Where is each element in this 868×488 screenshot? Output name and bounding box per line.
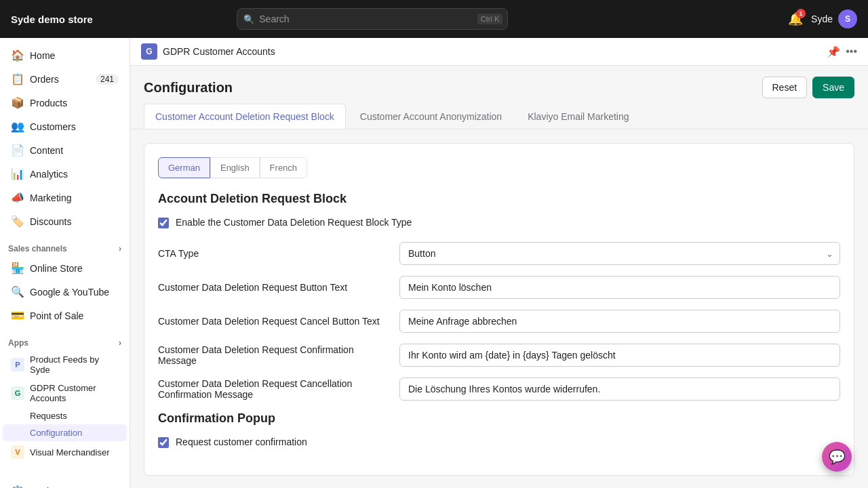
apps-expand[interactable]: ›	[119, 338, 121, 348]
sidebar-sub-requests-label: Requests	[30, 411, 67, 421]
sidebar-sub-requests[interactable]: Requests	[3, 407, 127, 424]
sales-channels-expand[interactable]: ›	[119, 244, 121, 253]
content-area: German English French Account Deletion R…	[130, 129, 868, 488]
confirmation-msg-control	[399, 344, 840, 367]
topbar-right: 🔔 1 Syde S	[788, 9, 857, 28]
layout: 🏠 Home 📋 Orders 241 📦 Products 👥 Custome…	[0, 38, 868, 488]
lang-tab-german[interactable]: German	[158, 157, 210, 178]
button-text-control	[399, 276, 840, 299]
lang-tabs: German English French	[158, 157, 840, 178]
cancel-text-input[interactable]	[399, 310, 840, 333]
enable-checkbox-row: Enable the Customer Data Deletion Reques…	[158, 217, 840, 228]
pin-icon[interactable]: 📌	[827, 45, 840, 58]
sidebar-label-pos: Point of Sale	[30, 310, 83, 321]
cancel-text-label: Customer Data Deletion Request Cancel Bu…	[158, 316, 389, 327]
chat-button[interactable]: 💬	[822, 442, 852, 472]
customers-icon: 👥	[11, 120, 24, 133]
lang-tab-french[interactable]: French	[260, 157, 307, 178]
section-title: Account Deletion Request Block	[158, 192, 840, 206]
confirmation-msg-row: Customer Data Deletion Request Confirmat…	[158, 344, 840, 367]
cancellation-msg-row: Customer Data Deletion Request Cancellat…	[158, 378, 840, 401]
user-menu[interactable]: Syde S	[811, 9, 857, 28]
sidebar-label-discounts: Discounts	[30, 216, 71, 227]
sidebar-item-online-store[interactable]: 🏪 Online Store	[3, 256, 127, 280]
popup-checkbox[interactable]	[158, 437, 169, 448]
cta-type-row: CTA Type Button Link Modal ⌄	[158, 242, 840, 265]
sidebar-app-gdpr[interactable]: G GDPR Customer Accounts	[3, 379, 127, 407]
sidebar-item-products[interactable]: 📦 Products	[3, 91, 127, 115]
settings-icon: ⚙️	[11, 485, 24, 488]
user-name: Syde	[811, 14, 833, 24]
tab-deletion-request[interactable]: Customer Account Deletion Request Block	[144, 104, 346, 129]
tab-anonymization[interactable]: Customer Account Anonymization	[349, 104, 513, 129]
popup-checkbox-label: Request customer confirmation	[176, 436, 307, 447]
sidebar-label-home: Home	[30, 50, 55, 61]
sidebar-app-product-feeds[interactable]: P Product Feeds by Syde	[3, 350, 127, 379]
page-header: Configuration Reset Save	[130, 66, 868, 104]
cta-type-label: CTA Type	[158, 248, 389, 259]
save-button[interactable]: Save	[812, 77, 854, 98]
confirmation-msg-input[interactable]	[399, 344, 840, 367]
cancellation-msg-control	[399, 378, 840, 401]
confirmation-msg-label: Customer Data Deletion Request Confirmat…	[158, 344, 389, 366]
sidebar-label-analytics: Analytics	[30, 169, 68, 180]
main-card: German English French Account Deletion R…	[144, 143, 854, 476]
app-header-icon: G	[141, 43, 157, 60]
sidebar-sub-configuration-label: Configuration	[30, 428, 82, 438]
page-actions: Reset Save	[762, 77, 855, 98]
tabs-bar: Customer Account Deletion Request Block …	[130, 104, 868, 129]
products-icon: 📦	[11, 96, 24, 109]
home-icon: 🏠	[11, 49, 24, 62]
pos-icon: 💳	[11, 309, 24, 322]
cancellation-msg-label: Customer Data Deletion Request Cancellat…	[158, 378, 389, 400]
button-text-input[interactable]	[399, 276, 840, 299]
tab-klaviyo[interactable]: Klaviyo Email Marketing	[516, 104, 640, 129]
button-text-row: Customer Data Deletion Request Button Te…	[158, 276, 840, 299]
app-header-actions: 📌 •••	[827, 45, 857, 58]
sidebar-item-point-of-sale[interactable]: 💳 Point of Sale	[3, 304, 127, 327]
enable-checkbox[interactable]	[158, 218, 169, 228]
product-feeds-icon: P	[11, 358, 24, 371]
sidebar-label-orders: Orders	[30, 74, 59, 85]
more-icon[interactable]: •••	[846, 45, 857, 58]
cancellation-msg-input[interactable]	[399, 378, 840, 401]
sidebar-main-nav: 🏠 Home 📋 Orders 241 📦 Products 👥 Custome…	[0, 43, 130, 233]
search-input[interactable]	[237, 8, 508, 30]
google-icon: 🔍	[11, 285, 24, 298]
page-title: Configuration	[144, 80, 233, 96]
cta-type-select[interactable]: Button Link Modal	[399, 242, 840, 265]
sidebar: 🏠 Home 📋 Orders 241 📦 Products 👥 Custome…	[0, 38, 130, 488]
cta-type-control: Button Link Modal ⌄	[399, 242, 840, 265]
sidebar-item-analytics[interactable]: 📊 Analytics	[3, 162, 127, 186]
lang-tab-english[interactable]: English	[210, 157, 260, 178]
sidebar-item-customers[interactable]: 👥 Customers	[3, 115, 127, 138]
apps-section-label: Apps ›	[0, 333, 130, 350]
sidebar-label-customers: Customers	[30, 121, 76, 132]
sidebar-sub-configuration[interactable]: Configuration	[3, 424, 127, 441]
sidebar-item-orders[interactable]: 📋 Orders 241	[3, 67, 127, 91]
sidebar-item-marketing[interactable]: 📣 Marketing	[3, 186, 127, 209]
topbar-brand: Syde demo store	[11, 14, 93, 25]
visual-merch-icon: V	[11, 445, 24, 459]
sidebar-item-discounts[interactable]: 🏷️ Discounts	[3, 209, 127, 233]
reset-button[interactable]: Reset	[762, 77, 808, 98]
sidebar-label-content: Content	[30, 145, 63, 156]
notification-bell[interactable]: 🔔 1	[788, 12, 803, 26]
main-content: G GDPR Customer Accounts 📌 ••• Configura…	[130, 38, 868, 488]
sidebar-settings[interactable]: ⚙️ Settings	[3, 479, 127, 488]
sidebar-item-google-youtube[interactable]: 🔍 Google & YouTube	[3, 280, 127, 304]
sidebar-label-products: Products	[30, 98, 67, 108]
sidebar-item-home[interactable]: 🏠 Home	[3, 43, 127, 67]
sidebar-app-visual-merchandiser[interactable]: V Visual Merchandiser	[3, 441, 127, 463]
sales-channels-label: Sales channels	[8, 244, 67, 253]
cta-type-select-wrap: Button Link Modal ⌄	[399, 242, 840, 265]
gdpr-icon: G	[11, 386, 24, 400]
apps-label: Apps	[8, 338, 28, 348]
sidebar-item-content[interactable]: 📄 Content	[3, 138, 127, 162]
sidebar-label-online-store: Online Store	[30, 263, 83, 274]
popup-section-title: Confirmation Popup	[158, 411, 840, 426]
topbar-search: 🔍 Ctrl K	[237, 8, 508, 30]
notification-badge: 1	[796, 9, 806, 18]
chat-icon: 💬	[829, 449, 846, 465]
orders-icon: 📋	[11, 73, 24, 85]
